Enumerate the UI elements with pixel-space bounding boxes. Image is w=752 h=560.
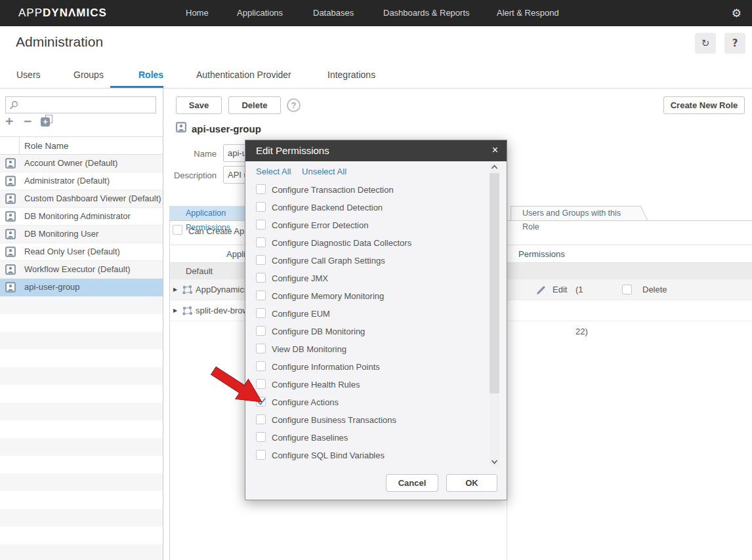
application-name: AppDynamics bbox=[196, 279, 248, 300]
empty-role-row bbox=[0, 438, 163, 456]
role-row-api-user-group[interactable]: api-user-group bbox=[0, 279, 163, 296]
top-nav-bar: APPDYNΛMICS HomeApplicationsDatabasesDas… bbox=[0, 0, 752, 26]
permission-item-configure-sql-bind-variables[interactable]: Configure SQL Bind Variables bbox=[245, 447, 488, 465]
permission-item-configure-db-monitoring[interactable]: Configure DB Monitoring bbox=[245, 323, 488, 341]
add-role-button[interactable]: + bbox=[5, 115, 13, 128]
permission-checkbox[interactable] bbox=[256, 202, 266, 212]
permission-checkbox[interactable] bbox=[256, 184, 266, 194]
expand-arrow-icon[interactable]: ▶ bbox=[173, 308, 177, 313]
tab-groups[interactable]: Groups bbox=[73, 62, 104, 87]
delete-button[interactable]: Delete bbox=[228, 96, 281, 114]
permission-label: Configure Business Transactions bbox=[272, 412, 396, 429]
empty-role-row bbox=[0, 544, 163, 560]
permission-checkbox[interactable] bbox=[256, 290, 266, 300]
permission-checkbox[interactable] bbox=[256, 450, 266, 460]
ok-button[interactable]: OK bbox=[446, 474, 497, 492]
scrollbar-thumb[interactable] bbox=[490, 173, 499, 393]
permission-item-configure-jmx[interactable]: Configure JMX bbox=[245, 270, 488, 288]
permission-item-configure-transaction-detection[interactable]: Configure Transaction Detection bbox=[245, 182, 488, 199]
permission-item-configure-call-graph-settings[interactable]: Configure Call Graph Settings bbox=[245, 252, 488, 270]
role-row-db-monitoring-user[interactable]: DB Monitoring User bbox=[0, 226, 163, 243]
permission-item-configure-memory-monitoring[interactable]: Configure Memory Monitoring bbox=[245, 288, 488, 306]
permission-item-configure-health-rules[interactable]: Configure Health Rules bbox=[245, 376, 488, 394]
role-row-read-only-user-default-[interactable]: Read Only User (Default) bbox=[0, 243, 163, 261]
person-badge-icon bbox=[5, 264, 16, 275]
refresh-button[interactable]: ↻ bbox=[695, 33, 716, 54]
permission-label: Configure Error Detection bbox=[272, 217, 368, 234]
role-badge-icon bbox=[176, 122, 186, 135]
permission-item-configure-backend-detection[interactable]: Configure Backend Detection bbox=[245, 199, 488, 217]
remove-role-button[interactable]: − bbox=[24, 115, 31, 128]
permission-item-configure-business-transactions[interactable]: Configure Business Transactions bbox=[245, 412, 488, 430]
role-row-custom-dashboard-viewer-default-[interactable]: Custom Dashboard Viewer (Default) bbox=[0, 190, 163, 208]
help-button[interactable]: ? bbox=[724, 33, 745, 54]
role-row-workflow-executor-default-[interactable]: Workflow Executor (Default) bbox=[0, 261, 163, 279]
delete-permission-checkbox[interactable] bbox=[622, 285, 632, 294]
permission-label: Configure Transaction Detection bbox=[272, 182, 394, 199]
select-all-link[interactable]: Select All bbox=[256, 167, 291, 176]
role-search-input[interactable] bbox=[22, 98, 153, 112]
permission-checkbox[interactable] bbox=[256, 237, 266, 247]
nav-item-applications[interactable]: Applications bbox=[237, 0, 283, 26]
permission-item-configure-error-detection[interactable]: Configure Error Detection bbox=[245, 217, 488, 235]
cancel-button[interactable]: Cancel bbox=[386, 474, 438, 492]
permission-checkbox[interactable] bbox=[256, 344, 266, 353]
empty-role-row bbox=[0, 385, 163, 403]
tab-roles[interactable]: Roles bbox=[138, 62, 163, 87]
empty-role-row bbox=[0, 473, 163, 491]
nav-item-dashboards-reports[interactable]: Dashboards & Reports bbox=[383, 0, 470, 26]
permission-item-configure-baselines[interactable]: Configure Baselines bbox=[245, 430, 488, 447]
permission-item-view-db-monitoring[interactable]: View DB Monitoring bbox=[245, 341, 488, 359]
tab-authentication-provider[interactable]: Authentication Provider bbox=[196, 62, 291, 87]
empty-role-row bbox=[0, 332, 163, 350]
empty-role-row bbox=[0, 296, 163, 314]
permission-checkbox[interactable] bbox=[256, 255, 266, 265]
permission-checkbox[interactable] bbox=[256, 308, 266, 318]
permission-item-configure-actions[interactable]: Configure Actions bbox=[245, 394, 488, 412]
tab-integrations[interactable]: Integrations bbox=[327, 62, 375, 87]
administration-page: APPDYNΛMICS HomeApplicationsDatabasesDas… bbox=[0, 0, 752, 560]
nav-item-alert-respond[interactable]: Alert & Respond bbox=[497, 0, 559, 26]
permission-checkbox[interactable] bbox=[256, 397, 266, 407]
role-row-db-monitoring-administrator[interactable]: DB Monitoring Administrator bbox=[0, 208, 163, 226]
permission-checkbox[interactable] bbox=[256, 432, 266, 442]
role-name-label: DB Monitoring Administrator bbox=[24, 208, 131, 225]
can-create-applications-checkbox[interactable] bbox=[173, 225, 182, 235]
empty-role-row bbox=[0, 491, 163, 509]
tab-users-groups-with-role[interactable]: Users and Groups with this Role bbox=[511, 206, 639, 220]
permission-label: Configure Health Rules bbox=[272, 376, 360, 393]
nav-item-databases[interactable]: Databases bbox=[313, 0, 354, 26]
admin-tabstrip: UsersGroupsRolesAuthentication ProviderI… bbox=[0, 62, 752, 89]
copy-plus-icon: + bbox=[41, 117, 50, 127]
role-name-label: Workflow Executor (Default) bbox=[24, 261, 131, 278]
create-new-role-button[interactable]: Create New Role bbox=[663, 96, 745, 114]
nav-item-home[interactable]: Home bbox=[186, 0, 209, 26]
save-button[interactable]: Save bbox=[176, 96, 222, 114]
copy-role-button[interactable]: + bbox=[41, 115, 54, 127]
permission-checkbox[interactable] bbox=[256, 220, 266, 230]
scroll-down-icon[interactable] bbox=[490, 457, 499, 466]
gear-icon[interactable]: ⚙ bbox=[732, 0, 742, 26]
permission-item-configure-information-points[interactable]: Configure Information Points bbox=[245, 359, 488, 376]
scroll-up-icon[interactable] bbox=[490, 163, 499, 172]
scrollbar[interactable] bbox=[490, 163, 499, 466]
role-row-administrator-default-[interactable]: Administrator (Default) bbox=[0, 172, 163, 190]
permission-item-configure-diagnostic-data-collectors[interactable]: Configure Diagnostic Data Collectors bbox=[245, 235, 488, 252]
permission-checkbox[interactable] bbox=[256, 414, 266, 424]
permission-checkbox[interactable] bbox=[256, 361, 266, 371]
edit-permissions-link[interactable]: Edit bbox=[553, 279, 567, 300]
permission-label: View DB Monitoring bbox=[272, 341, 346, 358]
person-badge-icon bbox=[5, 211, 16, 222]
tab-users[interactable]: Users bbox=[16, 62, 41, 87]
role-help-icon[interactable]: ? bbox=[287, 98, 301, 112]
search-icon bbox=[9, 100, 19, 110]
unselect-all-link[interactable]: Unselect All bbox=[302, 167, 346, 176]
expand-arrow-icon[interactable]: ▶ bbox=[173, 287, 177, 292]
permission-item-configure-eum[interactable]: Configure EUM bbox=[245, 306, 488, 323]
role-row-account-owner-default-[interactable]: Account Owner (Default) bbox=[0, 155, 163, 172]
permission-checkbox[interactable] bbox=[256, 379, 266, 389]
permission-checkbox[interactable] bbox=[256, 273, 266, 283]
person-badge-icon bbox=[5, 282, 16, 292]
close-icon[interactable]: × bbox=[492, 140, 498, 160]
permission-checkbox[interactable] bbox=[256, 326, 266, 336]
